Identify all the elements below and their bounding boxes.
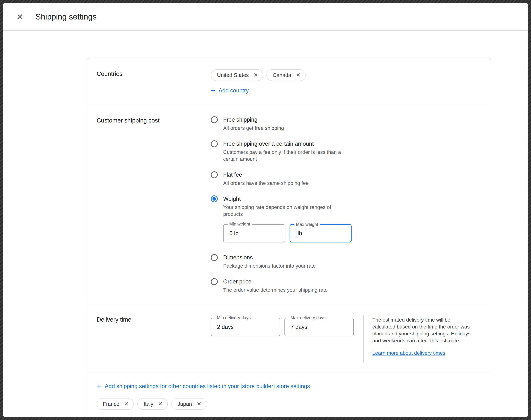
other-country-chip-row: France ✕ Italy ✕ Japan ✕ (97, 398, 481, 410)
min-weight-value: 0 lb (229, 230, 239, 237)
radio-option-dimensions[interactable]: Dimensions Package dimensions factor int… (211, 254, 481, 270)
min-weight-field[interactable]: Min weight 0 lb (223, 224, 285, 242)
remove-country-icon[interactable]: ✕ (124, 401, 129, 407)
plus-icon: + (97, 382, 101, 390)
chip-label: United States (217, 72, 249, 78)
chip-canada[interactable]: Canada ✕ (266, 69, 306, 81)
chip-japan[interactable]: Japan ✕ (171, 398, 206, 410)
max-delivery-days-value: 7 days (291, 324, 307, 330)
radio-option-flat-fee[interactable]: Flat fee All orders have the same shippi… (211, 171, 481, 187)
radio-option-title: Dimensions (223, 254, 316, 261)
vertical-divider (363, 315, 364, 363)
shipping-cost-label: Customer shipping cost (97, 116, 211, 294)
radio-icon[interactable] (211, 116, 218, 123)
radio-option-order-price[interactable]: Order price The order value determines y… (211, 278, 481, 294)
page-title: Shipping settings (36, 12, 97, 21)
shipping-cost-section: Customer shipping cost Free shipping All… (87, 105, 491, 304)
radio-option-desc: Package dimensions factor into your rate (223, 263, 316, 270)
chip-label: Japan (178, 401, 192, 407)
settings-card: Countries United States ✕ Canada ✕ + (87, 58, 491, 417)
radio-icon[interactable] (211, 278, 218, 285)
max-weight-label: Max weight (294, 222, 320, 227)
text-caret (296, 229, 296, 238)
radio-option-desc: The order value determines your shipping… (223, 286, 328, 294)
chip-label: Canada (273, 72, 291, 78)
other-countries-section: + Add shipping settings for other countr… (87, 373, 491, 417)
max-delivery-days-field[interactable]: Max delivery days 7 days (285, 318, 354, 336)
dialog-header: ✕ Shipping settings (3, 3, 528, 31)
radio-option-title: Free shipping (223, 116, 284, 124)
close-button[interactable]: ✕ (16, 13, 24, 21)
weight-fields-row: Min weight 0 lb Max weight lb (223, 224, 351, 242)
delivery-help-text: The estimated delivery time will be calc… (372, 316, 474, 344)
radio-option-desc: All orders get free shipping (223, 125, 284, 132)
add-other-countries-label: Add shipping settings for other countrie… (105, 383, 310, 390)
radio-option-title: Flat fee (223, 171, 309, 179)
max-delivery-days-label: Max delivery days (289, 315, 327, 320)
radio-option-desc: Your shipping rate depends on weight ran… (223, 204, 344, 218)
radio-option-title: Order price (223, 278, 328, 285)
min-delivery-days-label: Min delivery days (215, 315, 252, 320)
chip-label: Italy (143, 401, 153, 407)
min-delivery-days-value: 2 days (217, 324, 234, 330)
radio-option-title: Free shipping over a certain amount (223, 140, 344, 148)
countries-section: Countries United States ✕ Canada ✕ + (87, 58, 491, 105)
chip-italy[interactable]: Italy ✕ (137, 398, 167, 410)
radio-icon[interactable] (211, 254, 218, 261)
radio-icon[interactable] (211, 171, 218, 178)
radio-option-title: Weight (223, 195, 351, 203)
max-weight-field[interactable]: Max weight lb (289, 224, 351, 242)
radio-option-free-shipping[interactable]: Free shipping All orders get free shippi… (211, 116, 481, 132)
add-country-button[interactable]: + Add country (211, 87, 249, 94)
chip-france[interactable]: France ✕ (97, 398, 134, 410)
shipping-settings-dialog: ✕ Shipping settings Countries United Sta… (3, 3, 528, 417)
remove-country-icon[interactable]: ✕ (296, 72, 301, 78)
plus-icon: + (211, 87, 215, 94)
add-other-countries-button[interactable]: + Add shipping settings for other countr… (97, 382, 310, 390)
radio-option-desc: Customers pay a fee only if their order … (223, 149, 344, 163)
min-delivery-days-field[interactable]: Min delivery days 2 days (211, 318, 280, 336)
delivery-time-section: Delivery time Min delivery days 2 days M… (87, 304, 491, 373)
countries-label: Countries (97, 69, 211, 94)
radio-option-free-over-amount[interactable]: Free shipping over a certain amount Cust… (211, 140, 481, 163)
remove-country-icon[interactable]: ✕ (158, 401, 163, 407)
remove-country-icon[interactable]: ✕ (254, 72, 258, 78)
radio-icon[interactable] (211, 140, 218, 147)
delivery-fields-row: Min delivery days 2 days Max delivery da… (211, 318, 354, 336)
chip-label: France (103, 401, 119, 407)
country-chip-row: United States ✕ Canada ✕ (211, 69, 481, 81)
chip-united-states[interactable]: United States ✕ (211, 69, 263, 81)
remove-country-icon[interactable]: ✕ (197, 401, 201, 407)
min-weight-label: Min weight (228, 222, 252, 226)
radio-option-weight[interactable]: Weight Your shipping rate depends on wei… (211, 195, 481, 245)
screenshot-frame: ✕ Shipping settings Countries United Sta… (0, 0, 531, 420)
max-weight-value: lb (298, 230, 302, 237)
delivery-time-label: Delivery time (97, 315, 211, 363)
close-icon: ✕ (16, 12, 24, 21)
radio-icon-selected[interactable] (211, 195, 218, 202)
add-country-label: Add country (219, 87, 249, 94)
delivery-times-link[interactable]: Learn more about delivery times (372, 350, 445, 357)
radio-option-desc: All orders have the same shipping fee (223, 180, 309, 187)
